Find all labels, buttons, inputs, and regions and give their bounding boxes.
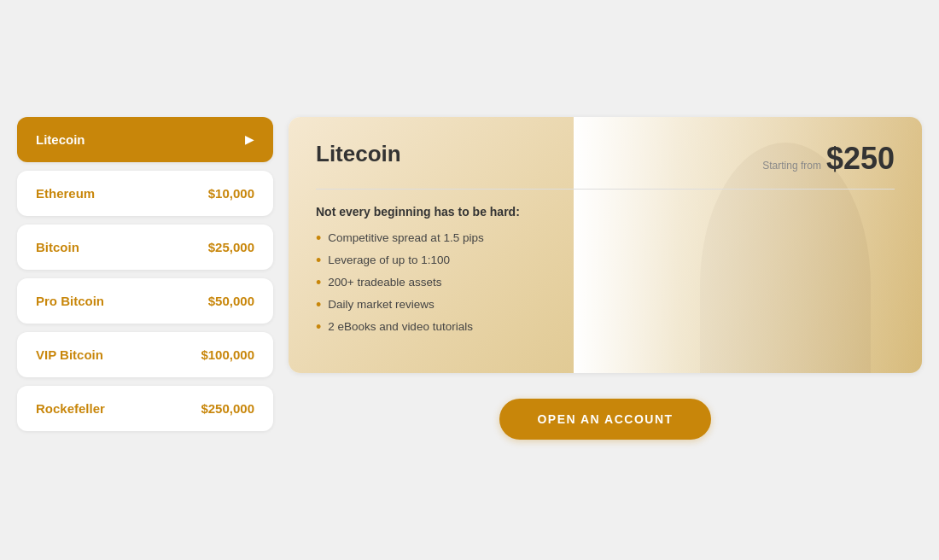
feature-item: 2 eBooks and video tutorials: [316, 319, 895, 335]
chevron-right-icon: ▶: [245, 132, 254, 146]
price-value: $250: [826, 141, 895, 177]
sidebar-item-vip-bitcoin[interactable]: VIP Bitcoin$100,000: [17, 332, 273, 377]
sidebar-item-value-pro-bitcoin: $50,000: [208, 294, 254, 308]
feature-item: 200+ tradeable assets: [316, 275, 895, 290]
sidebar-item-value-bitcoin: $25,000: [208, 240, 254, 254]
sidebar-item-bitcoin[interactable]: Bitcoin$25,000: [17, 225, 273, 270]
feature-item: Leverage of up to 1:100: [316, 253, 895, 268]
plan-card: Litecoin Starting from $250 Not every be…: [289, 117, 922, 373]
feature-item: Competitive spread at 1.5 pips: [316, 230, 895, 246]
price-area: Starting from $250: [762, 141, 895, 177]
sidebar-item-value-vip-bitcoin: $100,000: [201, 347, 254, 362]
sidebar-item-name-litecoin: Litecoin: [36, 132, 85, 147]
sidebar-item-name-bitcoin: Bitcoin: [36, 240, 79, 254]
card-title: Litecoin: [316, 141, 401, 167]
features-list: Competitive spread at 1.5 pipsLeverage o…: [316, 230, 895, 335]
sidebar-item-name-ethereum: Ethereum: [36, 186, 95, 201]
sidebar-item-rockefeller[interactable]: Rockefeller$250,000: [17, 386, 273, 431]
sidebar: Litecoin▶Ethereum$10,000Bitcoin$25,000Pr…: [17, 117, 273, 444]
card-tagline: Not every beginning has to be hard:: [316, 205, 895, 219]
card-content: Litecoin Starting from $250 Not every be…: [289, 117, 922, 373]
sidebar-item-litecoin[interactable]: Litecoin▶: [17, 117, 273, 162]
main-panel: Litecoin Starting from $250 Not every be…: [289, 117, 922, 444]
starting-from-label: Starting from: [762, 160, 821, 172]
sidebar-item-ethereum[interactable]: Ethereum$10,000: [17, 171, 273, 216]
sidebar-item-pro-bitcoin[interactable]: Pro Bitcoin$50,000: [17, 278, 273, 324]
sidebar-item-name-vip-bitcoin: VIP Bitcoin: [36, 347, 103, 362]
cta-area: OPEN AN ACCOUNT: [289, 390, 922, 444]
card-header: Litecoin Starting from $250: [316, 141, 895, 177]
sidebar-item-name-rockefeller: Rockefeller: [36, 401, 105, 416]
sidebar-item-value-rockefeller: $250,000: [201, 401, 254, 416]
feature-item: Daily market reviews: [316, 297, 895, 312]
open-account-button[interactable]: OPEN AN ACCOUNT: [499, 399, 710, 440]
sidebar-item-value-ethereum: $10,000: [208, 186, 254, 201]
card-divider: [316, 189, 895, 190]
page-container: Litecoin▶Ethereum$10,000Bitcoin$25,000Pr…: [17, 117, 922, 444]
sidebar-item-name-pro-bitcoin: Pro Bitcoin: [36, 294, 104, 308]
